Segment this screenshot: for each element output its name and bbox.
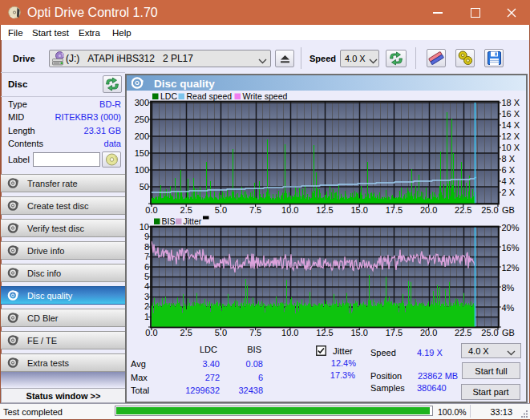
svg-text:7.5: 7.5 (249, 328, 261, 337)
svg-text:5.0: 5.0 (215, 328, 227, 337)
svg-text:4: 4 (144, 281, 149, 291)
svg-text:1: 1 (144, 312, 149, 321)
svg-text:100: 100 (135, 165, 149, 175)
svg-text:2.5: 2.5 (180, 205, 192, 215)
svg-text:18 X: 18 X (502, 98, 520, 107)
svg-text:300: 300 (135, 98, 149, 107)
svg-text:22.5: 22.5 (455, 205, 471, 215)
svg-text:25.0: 25.0 (481, 328, 498, 337)
svg-text:15.0: 15.0 (350, 205, 367, 215)
svg-text:5: 5 (144, 272, 149, 281)
svg-text:12.5: 12.5 (316, 328, 333, 337)
svg-text:7: 7 (144, 252, 149, 261)
svg-text:2.5: 2.5 (180, 328, 192, 337)
svg-text:LDC: LDC (160, 91, 177, 101)
svg-text:Jitter: Jitter (184, 216, 202, 226)
svg-text:20.0: 20.0 (420, 205, 437, 215)
svg-text:2: 2 (144, 301, 149, 311)
svg-text:7.5: 7.5 (249, 205, 261, 215)
svg-text:14 X: 14 X (502, 120, 520, 130)
svg-text:10 X: 10 X (502, 143, 520, 152)
svg-text:2 X: 2 X (502, 188, 516, 197)
svg-text:BIS: BIS (162, 216, 176, 226)
svg-text:5.0: 5.0 (215, 205, 227, 215)
svg-text:12.5: 12.5 (316, 205, 333, 215)
svg-text:10.0: 10.0 (281, 205, 298, 215)
svg-text:6 X: 6 X (502, 165, 516, 175)
svg-text:25.0: 25.0 (481, 205, 498, 215)
svg-text:9: 9 (144, 232, 149, 241)
svg-text:4 X: 4 X (502, 176, 516, 186)
svg-text:4%: 4% (502, 303, 515, 313)
svg-text:50: 50 (140, 182, 149, 192)
svg-text:20%: 20% (502, 223, 520, 232)
svg-text:17.5: 17.5 (386, 205, 403, 215)
svg-text:8 X: 8 X (502, 154, 516, 164)
svg-text:15.0: 15.0 (350, 328, 367, 337)
svg-text:0.0: 0.0 (145, 328, 157, 337)
svg-text:Read speed: Read speed (187, 91, 233, 101)
svg-text:200: 200 (135, 131, 149, 141)
svg-text:8: 8 (144, 242, 149, 252)
svg-text:0.0: 0.0 (145, 205, 157, 215)
svg-text:16%: 16% (502, 243, 520, 252)
svg-text:Write speed: Write speed (243, 91, 288, 101)
svg-text:8%: 8% (502, 283, 515, 293)
svg-text:17.5: 17.5 (386, 328, 403, 337)
svg-text:10.0: 10.0 (281, 328, 298, 337)
svg-text:GB: GB (502, 205, 515, 215)
svg-text:150: 150 (135, 148, 149, 158)
svg-text:10: 10 (140, 222, 149, 232)
svg-text:3: 3 (144, 292, 149, 301)
svg-text:22.5: 22.5 (455, 328, 471, 337)
svg-text:12%: 12% (502, 263, 520, 273)
svg-text:12 X: 12 X (502, 131, 520, 141)
svg-text:6: 6 (144, 262, 149, 272)
svg-text:20.0: 20.0 (420, 328, 437, 337)
svg-text:250: 250 (135, 115, 149, 124)
svg-text:16 X: 16 X (502, 109, 520, 119)
svg-text:GB: GB (502, 328, 515, 337)
